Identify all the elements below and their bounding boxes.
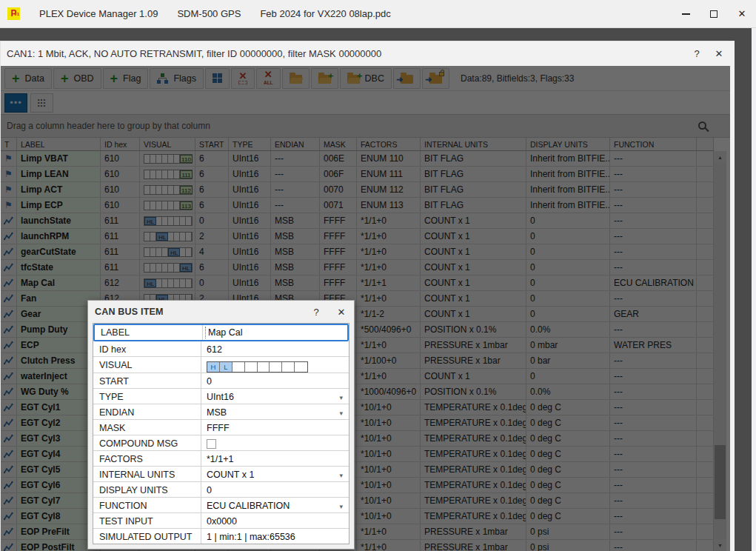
field-value-visual[interactable]: HL bbox=[201, 357, 349, 373]
field-label-endian: ENDIAN bbox=[93, 404, 201, 419]
field-value-display-units[interactable]: 0 bbox=[201, 482, 349, 497]
field-label-function: FUNCTION bbox=[93, 498, 201, 512]
dialog-close-button[interactable]: ✕ bbox=[329, 307, 354, 318]
field-label-internal-units: INTERNAL UNITS bbox=[93, 467, 201, 481]
field-value-mask[interactable]: FFFF bbox=[201, 420, 349, 435]
field-label-start: START bbox=[93, 373, 201, 388]
field-label-id-hex: ID hex bbox=[93, 341, 201, 356]
field-label-factors: FACTORS bbox=[93, 451, 201, 466]
field-label-test-input: TEST INPUT bbox=[93, 513, 201, 528]
field-row-visual: VISUALHL bbox=[93, 357, 349, 373]
visual-cell bbox=[258, 362, 270, 372]
field-value-compound-msg[interactable] bbox=[201, 435, 349, 450]
visual-cell bbox=[245, 362, 258, 372]
visual-cell-l: L bbox=[220, 362, 233, 372]
chevron-down-icon[interactable]: ▾ bbox=[339, 472, 343, 479]
chevron-down-icon[interactable]: ▾ bbox=[339, 503, 343, 510]
field-value-function[interactable]: ECU CALIBRATION▾ bbox=[201, 498, 349, 512]
field-row-start: START0 bbox=[93, 373, 349, 389]
field-label-simulated-output: SIMULATED OUTPUT bbox=[93, 529, 201, 544]
can-close-button[interactable]: ✕ bbox=[708, 48, 730, 59]
visual-cell bbox=[295, 362, 307, 372]
field-row-compound-msg: COMPOUND MSG bbox=[93, 435, 349, 451]
chevron-down-icon[interactable]: ▾ bbox=[339, 394, 343, 401]
dialog-body: LABELMap CalID hex612VISUALHLSTART0TYPEU… bbox=[93, 323, 349, 544]
dialog-titlebar: CAN BUS ITEM ? ✕ bbox=[88, 301, 354, 323]
field-label-type: TYPE bbox=[93, 389, 201, 404]
compound-msg-checkbox[interactable] bbox=[207, 439, 216, 449]
open-file-name: Feb 2024 for VX220 08lap.pdc bbox=[260, 8, 390, 19]
field-value-factors[interactable]: *1/1+1 bbox=[201, 451, 349, 466]
can-help-button[interactable]: ? bbox=[686, 48, 708, 59]
visual-cell-h: H bbox=[207, 362, 220, 372]
screen: Pv1 PLEX Device Manager 1.09 SDM-500 GPS… bbox=[0, 0, 756, 551]
field-label-compound-msg: COMPOUND MSG bbox=[93, 435, 201, 450]
field-value-simulated-output[interactable]: 1 | min:1 | max:65536 bbox=[201, 529, 349, 544]
field-row-type: TYPEUInt16▾ bbox=[93, 389, 349, 404]
dialog-help-button[interactable]: ? bbox=[304, 307, 329, 318]
field-value-test-input[interactable]: 0x0000 bbox=[201, 513, 349, 528]
field-row-label: LABELMap Cal bbox=[93, 324, 349, 341]
visual-cell bbox=[282, 362, 295, 372]
field-row-function: FUNCTIONECU CALIBRATION▾ bbox=[93, 498, 349, 513]
minimize-button[interactable] bbox=[672, 3, 700, 25]
field-label-mask: MASK bbox=[93, 420, 201, 435]
can-window-titlebar: CAN1: 1 Mbit, ACK, NO AUTO RETRANSMIT, f… bbox=[1, 41, 730, 66]
close-button[interactable]: ✕ bbox=[728, 3, 756, 25]
field-row-factors: FACTORS*1/1+1 bbox=[93, 451, 349, 467]
dialog-visual-byte-map: HL bbox=[207, 361, 308, 373]
field-label-visual: VISUAL bbox=[93, 357, 201, 373]
can-window-title: CAN1: 1 Mbit, ACK, NO AUTO RETRANSMIT, f… bbox=[7, 48, 381, 59]
field-row-test-input: TEST INPUT0x0000 bbox=[93, 513, 349, 529]
plex-logo-icon: Pv1 bbox=[7, 7, 20, 20]
field-row-id-hex: ID hex612 bbox=[93, 341, 349, 357]
field-label-display-units: DISPLAY UNITS bbox=[93, 482, 201, 497]
field-row-mask: MASKFFFF bbox=[93, 420, 349, 435]
field-row-display-units: DISPLAY UNITS0 bbox=[93, 482, 349, 498]
field-value-internal-units[interactable]: COUNT x 1▾ bbox=[201, 467, 349, 481]
field-value-id-hex[interactable]: 612 bbox=[201, 341, 349, 356]
app-title: PLEX Device Manager 1.09 bbox=[39, 8, 158, 19]
field-value-label[interactable]: Map Cal bbox=[203, 325, 347, 340]
main-window-right-border bbox=[752, 28, 756, 551]
field-row-endian: ENDIANMSB▾ bbox=[93, 404, 349, 420]
visual-cell bbox=[233, 362, 245, 372]
main-window-titlebar: Pv1 PLEX Device Manager 1.09 SDM-500 GPS… bbox=[0, 0, 756, 28]
field-value-type[interactable]: UInt16▾ bbox=[201, 389, 349, 404]
visual-cell bbox=[270, 362, 282, 372]
field-row-simulated-output: SIMULATED OUTPUT1 | min:1 | max:65536 bbox=[93, 529, 349, 544]
field-label-label: LABEL bbox=[95, 325, 203, 340]
field-value-start[interactable]: 0 bbox=[201, 373, 349, 388]
can-bus-item-dialog: CAN BUS ITEM ? ✕ LABELMap CalID hex612VI… bbox=[87, 300, 355, 550]
dialog-title: CAN BUS ITEM bbox=[95, 307, 164, 317]
field-row-internal-units: INTERNAL UNITSCOUNT x 1▾ bbox=[93, 467, 349, 482]
maximize-button[interactable] bbox=[700, 3, 728, 25]
device-name: SDM-500 GPS bbox=[177, 8, 241, 19]
field-value-endian[interactable]: MSB▾ bbox=[201, 404, 349, 419]
window-controls: ✕ bbox=[672, 3, 756, 25]
chevron-down-icon[interactable]: ▾ bbox=[339, 410, 343, 417]
